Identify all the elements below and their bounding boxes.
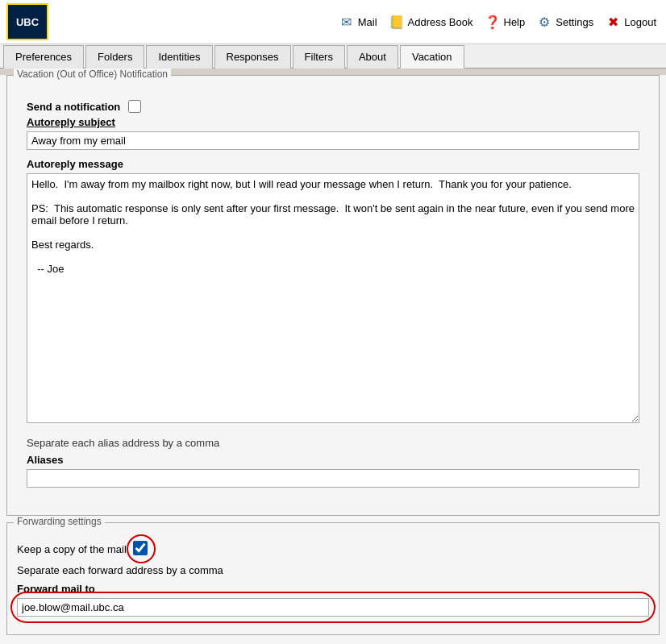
- aliases-input[interactable]: [27, 469, 639, 488]
- tab-preferences[interactable]: Preferences: [3, 45, 84, 69]
- vacation-section: Vacation (Out of Office) Notification Se…: [6, 75, 660, 516]
- autoreply-message-label: Autoreply message: [27, 158, 639, 170]
- forward-input-container: [17, 598, 649, 617]
- tab-responses[interactable]: Responses: [214, 45, 291, 69]
- forwarding-section-title: Forwarding settings: [14, 516, 105, 527]
- nav-tabs: Preferences Folders Identities Responses…: [0, 44, 666, 69]
- autoreply-message-textarea[interactable]: Hello. I'm away from my mailbox right no…: [27, 173, 639, 423]
- help-icon: ❓: [485, 14, 501, 30]
- addressbook-button[interactable]: 📒 Address Book: [385, 12, 477, 31]
- forward-note: Separate each forward address by a comma: [17, 564, 649, 576]
- settings-icon: ⚙: [536, 14, 552, 30]
- tab-vacation[interactable]: Vacation: [400, 45, 464, 69]
- help-label: Help: [504, 16, 526, 28]
- addressbook-label: Address Book: [408, 16, 473, 28]
- toolbar-actions: ✉ Mail 📒 Address Book ❓ Help ⚙ Settings …: [55, 0, 666, 44]
- autoreply-subject-label: Autoreply subject: [27, 116, 639, 128]
- vacation-section-content: Send a notification Autoreply subject Au…: [7, 82, 659, 515]
- tab-about[interactable]: About: [347, 45, 398, 69]
- aliases-label: Aliases: [27, 454, 639, 466]
- forward-to-input[interactable]: [17, 598, 649, 617]
- send-notification-label: Send a notification: [27, 101, 120, 113]
- help-button[interactable]: ❓ Help: [481, 12, 529, 31]
- addressbook-icon: 📒: [389, 14, 405, 30]
- tab-identities[interactable]: Identities: [146, 45, 212, 69]
- logout-icon: ✖: [605, 14, 621, 30]
- tab-filters[interactable]: Filters: [293, 45, 345, 69]
- keep-copy-checkbox-wrapper: [133, 541, 148, 558]
- send-notification-row: Send a notification: [17, 93, 649, 116]
- autoreply-subject-row: Autoreply subject: [17, 116, 649, 150]
- logout-label: Logout: [624, 16, 656, 28]
- aliases-row: Aliases: [17, 454, 649, 497]
- forwarding-section-content: Keep a copy of the mail Separate each fo…: [7, 530, 659, 634]
- keep-copy-row: Keep a copy of the mail: [17, 541, 649, 558]
- forward-to-label: Forward mail to: [17, 583, 649, 595]
- forwarding-section: Forwarding settings Keep a copy of the m…: [6, 522, 660, 635]
- logo-section: UBC: [0, 0, 55, 44]
- mail-icon: ✉: [339, 14, 355, 30]
- ubc-logo: UBC: [6, 3, 48, 40]
- autoreply-subject-input[interactable]: [27, 131, 639, 150]
- forward-to-row: Forward mail to: [17, 583, 649, 617]
- main-content: Vacation (Out of Office) Notification Se…: [0, 75, 666, 644]
- autoreply-message-row: Autoreply message Hello. I'm away from m…: [17, 158, 649, 426]
- logout-button[interactable]: ✖ Logout: [601, 12, 660, 31]
- tab-folders[interactable]: Folders: [85, 45, 144, 69]
- vacation-section-title: Vacation (Out of Office) Notification: [14, 69, 171, 80]
- settings-button[interactable]: ⚙ Settings: [533, 12, 597, 31]
- mail-label: Mail: [358, 16, 377, 28]
- settings-label: Settings: [556, 16, 593, 28]
- keep-copy-checkbox[interactable]: [133, 541, 148, 555]
- send-notification-checkbox[interactable]: [128, 100, 141, 113]
- keep-copy-label: Keep a copy of the mail: [17, 543, 127, 555]
- aliases-note: Separate each alias address by a comma: [17, 434, 649, 454]
- top-bar: UBC ✉ Mail 📒 Address Book ❓ Help ⚙ Setti…: [0, 0, 666, 44]
- mail-button[interactable]: ✉ Mail: [335, 12, 381, 31]
